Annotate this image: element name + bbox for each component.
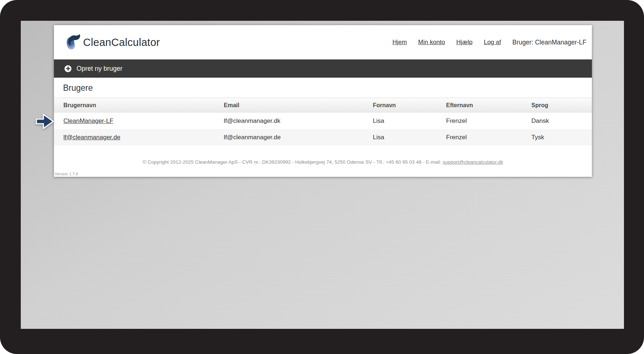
table-row-user-1: CleanManager-LF lf@cleanmanager.dk Lisa … — [54, 113, 592, 129]
nav-link-log-af[interactable]: Log af — [484, 39, 501, 46]
nav-link-hjaelp[interactable]: Hjælp — [456, 39, 472, 46]
nav-link-min-konto[interactable]: Min konto — [418, 39, 445, 46]
user-2-last-name: Frenzel — [446, 129, 531, 145]
column-header-sprog: Sprog — [531, 98, 592, 113]
plus-circle-icon — [65, 65, 71, 72]
column-header-fornavn: Fornavn — [373, 98, 446, 113]
app-content-panel: CleanCalculator Hjem Min konto Hjælp Log… — [54, 25, 592, 177]
column-header-efternavn: Efternavn — [446, 98, 531, 113]
highlight-arrow-icon — [35, 112, 55, 133]
table-row-user-2: lf@cleanmanager.de lf@cleanmanager.de Li… — [54, 129, 592, 145]
page-title: Brugere — [54, 78, 592, 98]
user-1-first-name: Lisa — [373, 113, 446, 129]
column-header-email: Email — [224, 98, 373, 113]
top-nav: Hjem Min konto Hjælp Log af Bruger: Clea… — [393, 39, 586, 46]
user-1-email: lf@cleanmanager.dk — [224, 113, 373, 129]
cleancalculator-wave-icon — [66, 34, 81, 51]
user-2-language: Tysk — [531, 129, 592, 145]
browser-viewport: CleanCalculator Hjem Min konto Hjælp Log… — [21, 21, 624, 329]
nav-link-hjem[interactable]: Hjem — [393, 39, 407, 46]
app-logo: CleanCalculator — [66, 34, 160, 51]
user-link-cleanmanager-lf[interactable]: CleanManager-LF — [63, 117, 113, 124]
user-2-email: lf@cleanmanager.de — [224, 129, 373, 145]
create-user-button[interactable]: Opret ny bruger — [54, 59, 592, 78]
app-title: CleanCalculator — [83, 36, 160, 48]
user-2-first-name: Lisa — [373, 129, 446, 145]
column-header-brugernavn: Brugernavn — [54, 98, 224, 113]
device-frame: CleanCalculator Hjem Min konto Hjælp Log… — [0, 0, 644, 354]
copyright-text: © Copyright 2012-2025 CleanManager ApS -… — [143, 159, 443, 165]
users-table: Brugernavn Email Fornavn Efternavn Sprog… — [54, 98, 592, 145]
support-email-link[interactable]: support@cleancalculator.dk — [442, 159, 503, 165]
app-header: CleanCalculator Hjem Min konto Hjælp Log… — [54, 25, 592, 59]
users-table-header-row: Brugernavn Email Fornavn Efternavn Sprog — [54, 98, 592, 113]
user-1-last-name: Frenzel — [446, 113, 531, 129]
copyright-footer: © Copyright 2012-2025 CleanManager ApS -… — [54, 145, 592, 165]
version-label: Version 1.7.8 — [55, 172, 78, 176]
current-user-label: Bruger: CleanManager-LF — [512, 39, 586, 46]
create-user-label: Opret ny bruger — [77, 65, 122, 73]
user-1-language: Dansk — [531, 113, 592, 129]
user-link-lf-cleanmanager-de[interactable]: lf@cleanmanager.de — [63, 134, 120, 141]
